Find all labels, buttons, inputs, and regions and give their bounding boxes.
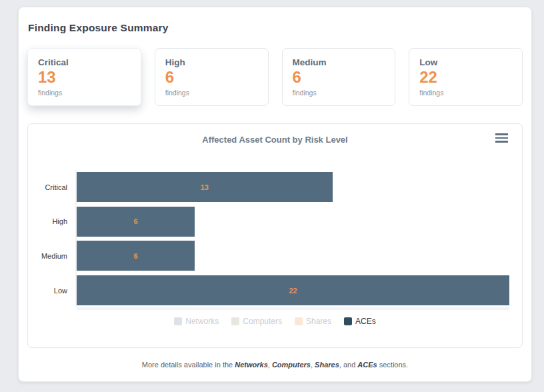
legend-swatch — [174, 317, 182, 325]
summary-card-label: Medium — [293, 57, 385, 67]
category-label: Critical — [29, 183, 67, 191]
summary-cards-row: Critical 13 findings High 6 findings Med… — [27, 48, 523, 106]
legend-label: Shares — [306, 317, 331, 326]
hamburger-menu-icon[interactable] — [495, 133, 508, 145]
bar-track: 13 — [77, 172, 509, 202]
bar-value-label: 6 — [133, 252, 137, 260]
legend-label: ACEs — [355, 317, 376, 326]
summary-card-low[interactable]: Low 22 findings — [409, 48, 523, 106]
summary-card-count: 6 — [293, 69, 385, 85]
chart-rows: Critical13High6Medium6Low22 — [29, 170, 509, 307]
bar-value-label: 22 — [289, 287, 297, 295]
summary-card-unit: findings — [419, 89, 512, 97]
summary-card-unit: findings — [38, 89, 131, 97]
summary-card-count: 13 — [38, 69, 131, 85]
legend-swatch — [295, 317, 303, 325]
legend-label: Networks — [185, 317, 219, 326]
bar-value-label: 6 — [133, 217, 137, 225]
summary-card-unit: findings — [293, 89, 385, 97]
summary-card-label: Low — [419, 57, 512, 67]
affected-asset-chart-card: Affected Asset Count by Risk Level Criti… — [27, 123, 523, 348]
legend-swatch — [344, 317, 352, 325]
legend-item-aces[interactable]: ACEs — [344, 317, 376, 326]
summary-card-label: Critical — [38, 57, 131, 67]
bar-high[interactable]: 6 — [77, 207, 195, 237]
category-label: High — [29, 217, 67, 225]
finding-exposure-summary-panel: Finding Exposure Summary Critical 13 fin… — [18, 7, 532, 382]
chart-row: Low22 — [29, 273, 509, 308]
bar-track: 6 — [77, 241, 509, 271]
summary-card-high[interactable]: High 6 findings — [155, 48, 269, 106]
bar-value-label: 13 — [201, 183, 209, 191]
chart-legend: NetworksComputersSharesACEs — [28, 317, 522, 326]
footer-section-name: Shares — [315, 361, 339, 369]
summary-card-critical[interactable]: Critical 13 findings — [27, 48, 141, 106]
chart-row: Medium6 — [29, 239, 509, 273]
legend-swatch — [231, 317, 239, 325]
chart-title: Affected Asset Count by Risk Level — [28, 124, 522, 145]
footer-section-name: Networks — [235, 361, 268, 369]
bar-chart-plot-area: Critical13High6Medium6Low22 — [29, 159, 509, 310]
summary-card-medium[interactable]: Medium 6 findings — [282, 48, 396, 106]
chart-row: Critical13 — [29, 170, 509, 205]
bar-track: 22 — [77, 275, 509, 305]
category-label: Low — [29, 287, 67, 295]
legend-item-computers[interactable]: Computers — [231, 317, 282, 326]
footer-section-name: ACEs — [357, 361, 377, 369]
legend-item-shares[interactable]: Shares — [295, 317, 331, 326]
footer-note: More details available in the Networks, … — [27, 361, 523, 369]
bar-low[interactable]: 22 — [77, 275, 509, 305]
bar-medium[interactable]: 6 — [77, 241, 195, 271]
legend-label: Computers — [243, 317, 282, 326]
category-label: Medium — [29, 252, 67, 260]
summary-card-unit: findings — [165, 89, 258, 97]
y-axis-line — [75, 170, 77, 307]
bar-track: 6 — [77, 207, 509, 237]
summary-card-count: 22 — [419, 69, 512, 85]
chart-row: High6 — [29, 205, 509, 239]
summary-card-label: High — [165, 57, 258, 67]
summary-card-count: 6 — [165, 69, 258, 85]
bar-critical[interactable]: 13 — [77, 172, 333, 202]
footer-section-name: Computers — [272, 361, 311, 369]
x-axis-line — [77, 307, 509, 310]
legend-item-networks[interactable]: Networks — [174, 317, 219, 326]
page-title: Finding Exposure Summary — [28, 22, 523, 34]
